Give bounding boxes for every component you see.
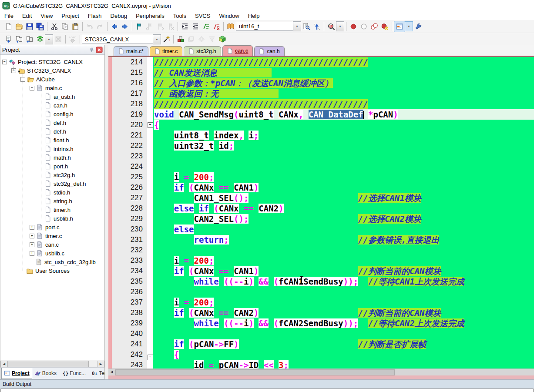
next-bookmark-button[interactable] <box>155 21 165 32</box>
editor-tab-can-h[interactable]: can.h <box>254 46 284 56</box>
editor-tab-main-c[interactable]: main.c* <box>114 46 148 56</box>
prev-bookmark-button[interactable] <box>144 21 155 32</box>
menu-item-view[interactable]: View <box>36 12 57 20</box>
uncomment-selection-button[interactable] <box>211 21 222 32</box>
tree-item-def-h[interactable]: def.h <box>0 127 104 136</box>
editor-tab-timer-c[interactable]: timer.c <box>150 46 182 56</box>
clear-bookmarks-button[interactable] <box>165 21 176 32</box>
target-options-button[interactable] <box>161 34 171 44</box>
window-layout-dropdown-button[interactable]: ▼ <box>405 21 413 31</box>
editor-tab-stc32g-h[interactable]: stc32g.h <box>184 46 221 56</box>
panel-splitter[interactable] <box>105 45 108 379</box>
save-all-button[interactable] <box>35 21 45 32</box>
insert-breakpoint-button[interactable] <box>348 21 359 32</box>
help-book-button[interactable] <box>225 21 236 32</box>
tree-item-stc32g-h[interactable]: stc32g.h <box>0 171 104 179</box>
select-pack-button[interactable] <box>207 34 217 44</box>
menu-item-project[interactable]: Project <box>57 12 83 20</box>
scroll-right-arrow[interactable]: ▶ <box>97 361 104 367</box>
pin-panel-button[interactable] <box>88 47 95 54</box>
navigate-back-button[interactable] <box>109 21 120 32</box>
tree-item-aicube[interactable]: −AiCube <box>0 75 104 84</box>
translate-button[interactable] <box>3 34 14 44</box>
build-button[interactable] <box>14 34 24 44</box>
target-dropdown-button[interactable]: ▼ <box>153 34 161 44</box>
close-panel-button[interactable] <box>95 47 103 54</box>
open-file-button[interactable] <box>14 21 24 32</box>
redo-button[interactable] <box>95 21 105 32</box>
menu-item-help[interactable]: Help <box>244 12 264 20</box>
find-dropdown-button[interactable]: ▼ <box>336 21 344 31</box>
navigate-forward-button[interactable] <box>120 21 130 32</box>
target-select[interactable]: STC32G_CANLX <box>82 35 153 44</box>
tree-item-port-h[interactable]: port.h <box>0 162 104 171</box>
goto-reference-button[interactable] <box>312 21 322 32</box>
menu-item-file[interactable]: File <box>0 12 18 20</box>
download-button[interactable]: LOAD <box>67 34 78 44</box>
save-button[interactable] <box>24 21 35 32</box>
code-viewport[interactable]: 2142152162172182192202212222232242252262… <box>108 57 534 369</box>
menu-item-debug[interactable]: Debug <box>106 12 131 20</box>
tree-item-float-h[interactable]: float.h <box>0 136 104 144</box>
paste-button[interactable] <box>70 21 81 32</box>
tree-item-math-h[interactable]: math.h <box>0 153 104 162</box>
fold-marker-icon[interactable]: − <box>148 122 153 128</box>
editor-tab-can-c[interactable]: can.c <box>222 45 253 56</box>
comment-selection-button[interactable] <box>201 21 211 32</box>
panel-tab-project[interactable]: Project <box>1 368 32 379</box>
manage-runtime-button[interactable] <box>217 34 228 44</box>
tree-item-def-h[interactable]: def.h <box>0 118 104 127</box>
indent-button[interactable] <box>180 21 190 32</box>
find-button[interactable]: @ <box>326 21 336 32</box>
tree-item-can-c[interactable]: +can.c <box>0 240 104 249</box>
scroll-thumb[interactable] <box>7 361 89 367</box>
editor-hscrollbar[interactable]: ◀ <box>108 369 534 375</box>
build-output-content[interactable] <box>0 389 534 392</box>
tree-item-usblib-c[interactable]: +usblib.c <box>0 249 104 258</box>
menu-item-tools[interactable]: Tools <box>169 12 191 20</box>
kill-all-breakpoints-button[interactable] <box>380 21 390 32</box>
panel-tab-books[interactable]: Books <box>32 368 59 379</box>
scroll-thumb[interactable] <box>115 369 395 375</box>
tree-item-string-h[interactable]: string.h <box>0 197 104 205</box>
tree-item-main-c[interactable]: −main.c <box>0 84 104 92</box>
configure-tools-button[interactable] <box>413 21 423 32</box>
panel-tab-func-[interactable]: {}Func... <box>60 368 88 379</box>
pack-installer-button[interactable] <box>196 34 207 44</box>
menu-item-flash[interactable]: Flash <box>84 12 106 20</box>
disable-all-breakpoints-button[interactable] <box>369 21 380 32</box>
tree-item-timer-h[interactable]: timer.h <box>0 205 104 214</box>
tree-item-stc-usb-cdc-32g-lib[interactable]: stc_usb_cdc_32g.lib <box>0 258 104 266</box>
menu-item-peripherals[interactable]: Peripherals <box>131 12 169 20</box>
toggle-bookmark-button[interactable] <box>134 21 144 32</box>
flash-windows-button[interactable] <box>186 34 196 44</box>
tree-item-usblib-h[interactable]: usblib.h <box>0 214 104 223</box>
manage-components-button[interactable] <box>175 34 186 44</box>
tree-item-port-c[interactable]: +port.c <box>0 223 104 231</box>
tree-item-project-stc32g-canlx[interactable]: −Project: STC32G_CANLX <box>0 57 104 66</box>
tree-item-stc32g-def-h[interactable]: stc32g_def.h <box>0 179 104 188</box>
rebuild-button[interactable] <box>24 34 35 44</box>
search-dropdown-button[interactable]: ▼ <box>293 21 301 31</box>
menu-item-window[interactable]: Window <box>215 12 243 20</box>
cut-button[interactable] <box>49 21 60 32</box>
tree-item-intrins-h[interactable]: intrins.h <box>0 144 104 153</box>
tree-item-timer-c[interactable]: +timer.c <box>0 231 104 240</box>
tree-item-ai-usb-h[interactable]: ai_usb.h <box>0 92 104 101</box>
enable-breakpoint-button[interactable] <box>359 21 369 32</box>
scroll-left-arrow[interactable]: ◀ <box>0 361 8 367</box>
tree-item-user-sources[interactable]: User Sources <box>0 266 104 275</box>
tree-item-can-h[interactable]: can.h <box>0 101 104 110</box>
batch-build-button[interactable] <box>35 34 45 44</box>
tree-item-config-h[interactable]: config.h <box>0 110 104 118</box>
code-text[interactable]: ////////////////////////////////////////… <box>153 57 534 369</box>
unindent-button[interactable] <box>190 21 201 32</box>
fold-marker-icon[interactable]: − <box>148 355 153 360</box>
menu-item-edit[interactable]: Edit <box>18 12 36 20</box>
copy-button[interactable] <box>60 21 70 32</box>
new-file-button[interactable] <box>3 21 14 32</box>
tree-item-stc32g-canlx[interactable]: −STC32G_CANLX <box>0 66 104 75</box>
tree-item-stdio-h[interactable]: stdio.h <box>0 188 104 197</box>
batch-build-dropdown-button[interactable]: ▼ <box>45 34 53 44</box>
stop-build-button[interactable] <box>53 34 64 44</box>
